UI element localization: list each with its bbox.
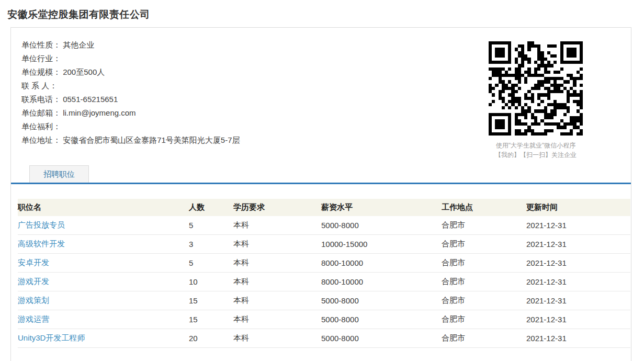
table-row: Unity3D开发工程师20本科5000-8000合肥市2021-12-31 bbox=[18, 329, 630, 348]
qr-caption: 使用"大学生就业"微信小程序 【我的】【扫一扫】关注企业 bbox=[489, 141, 583, 160]
cell-name: 游戏运营 bbox=[18, 310, 189, 329]
cell-education: 本科 bbox=[233, 235, 321, 254]
job-link[interactable]: 游戏运营 bbox=[18, 314, 49, 323]
job-link[interactable]: 广告投放专员 bbox=[18, 220, 65, 229]
job-link[interactable]: Unity3D开发工程师 bbox=[18, 333, 85, 342]
detail-label: 单位地址： bbox=[21, 136, 61, 144]
jobs-table: 职位名人数学历要求薪资水平工作地点更新时间 广告投放专员5本科5000-8000… bbox=[18, 199, 630, 348]
detail-value: 其他企业 bbox=[63, 40, 94, 49]
cell-salary: 8000-10000 bbox=[321, 254, 442, 273]
table-row: 游戏策划15本科5000-8000合肥市2021-12-31 bbox=[18, 291, 630, 310]
job-link[interactable]: 安卓开发 bbox=[18, 258, 49, 267]
cell-count: 3 bbox=[189, 235, 233, 254]
cell-location: 合肥市 bbox=[442, 310, 526, 329]
job-link[interactable]: 高级软件开发 bbox=[18, 239, 65, 248]
cell-updated: 2021-12-31 bbox=[526, 310, 630, 329]
cell-education: 本科 bbox=[233, 310, 321, 329]
detail-value: 安徽省合肥市蜀山区金寨路71号美第阳光大厦5-7层 bbox=[63, 136, 240, 144]
cell-location: 合肥市 bbox=[442, 329, 526, 348]
cell-name: 广告投放专员 bbox=[18, 216, 189, 235]
tab-bar: 招聘职位 bbox=[11, 165, 631, 184]
cell-salary: 5000-8000 bbox=[321, 310, 442, 329]
cell-education: 本科 bbox=[233, 216, 321, 235]
cell-name: Unity3D开发工程师 bbox=[18, 329, 189, 348]
jobs-table-header-row: 职位名人数学历要求薪资水平工作地点更新时间 bbox=[18, 199, 630, 216]
cell-count: 20 bbox=[189, 329, 233, 348]
tab-recruit-positions[interactable]: 招聘职位 bbox=[29, 165, 89, 183]
cell-count: 15 bbox=[189, 291, 233, 310]
qr-code-image bbox=[489, 41, 583, 136]
cell-education: 本科 bbox=[233, 273, 321, 291]
table-row: 游戏开发10本科8000-10000合肥市2021-12-31 bbox=[18, 273, 630, 291]
jobs-col-header: 工作地点 bbox=[442, 199, 526, 216]
cell-location: 合肥市 bbox=[442, 291, 526, 310]
detail-label: 联 系 人： bbox=[21, 81, 57, 90]
cell-name: 高级软件开发 bbox=[18, 235, 189, 254]
detail-label: 单位规模： bbox=[21, 67, 61, 76]
cell-count: 5 bbox=[189, 254, 233, 273]
cell-education: 本科 bbox=[233, 329, 321, 348]
cell-count: 15 bbox=[189, 310, 233, 329]
cell-location: 合肥市 bbox=[442, 235, 526, 254]
table-row: 游戏运营15本科5000-8000合肥市2021-12-31 bbox=[18, 310, 630, 329]
cell-education: 本科 bbox=[233, 291, 321, 310]
qr-caption-line1: 使用"大学生就业"微信小程序 bbox=[489, 141, 583, 150]
cell-name: 游戏开发 bbox=[18, 273, 189, 291]
detail-label: 单位行业： bbox=[21, 54, 61, 63]
cell-count: 5 bbox=[189, 216, 233, 235]
company-card: 单位性质： 其他企业单位行业： 单位规模： 200至500人联 系 人： 联系电… bbox=[10, 27, 631, 361]
table-row: 广告投放专员5本科5000-8000合肥市2021-12-31 bbox=[18, 216, 630, 235]
detail-label: 单位性质： bbox=[21, 40, 61, 49]
jobs-col-header: 薪资水平 bbox=[321, 199, 442, 216]
detail-value: li.min@joymeng.com bbox=[63, 108, 135, 117]
table-row: 高级软件开发3本科10000-15000合肥市2021-12-31 bbox=[18, 235, 630, 254]
cell-salary: 8000-10000 bbox=[321, 273, 442, 291]
job-link[interactable]: 游戏策划 bbox=[18, 296, 49, 304]
jobs-col-header: 学历要求 bbox=[233, 199, 321, 216]
cell-updated: 2021-12-31 bbox=[526, 254, 630, 273]
detail-label: 单位邮箱： bbox=[21, 108, 61, 117]
detail-value: 200至500人 bbox=[63, 67, 105, 76]
cell-location: 合肥市 bbox=[442, 216, 526, 235]
cell-updated: 2021-12-31 bbox=[526, 235, 630, 254]
jobs-col-header: 更新时间 bbox=[526, 199, 630, 216]
detail-label: 单位福利： bbox=[21, 122, 61, 131]
cell-name: 安卓开发 bbox=[18, 254, 189, 273]
detail-label: 联系电话： bbox=[21, 95, 61, 104]
cell-education: 本科 bbox=[233, 254, 321, 273]
cell-salary: 10000-15000 bbox=[321, 235, 442, 254]
cell-name: 游戏策划 bbox=[18, 291, 189, 310]
cell-updated: 2021-12-31 bbox=[526, 216, 630, 235]
page-title: 安徽乐堂控股集团有限责任公司 bbox=[7, 8, 644, 21]
cell-location: 合肥市 bbox=[442, 254, 526, 273]
qr-block: 使用"大学生就业"微信小程序 【我的】【扫一扫】关注企业 bbox=[489, 41, 583, 160]
cell-updated: 2021-12-31 bbox=[526, 329, 630, 348]
cell-count: 10 bbox=[189, 273, 233, 291]
cell-updated: 2021-12-31 bbox=[526, 291, 630, 310]
jobs-col-header: 职位名 bbox=[18, 199, 189, 216]
job-link[interactable]: 游戏开发 bbox=[18, 277, 49, 286]
cell-salary: 5000-8000 bbox=[321, 291, 442, 310]
detail-value: 0551-65215651 bbox=[63, 95, 118, 104]
jobs-col-header: 人数 bbox=[189, 199, 233, 216]
table-row: 安卓开发5本科8000-10000合肥市2021-12-31 bbox=[18, 254, 630, 273]
cell-salary: 5000-8000 bbox=[321, 329, 442, 348]
cell-salary: 5000-8000 bbox=[321, 216, 442, 235]
qr-caption-line2: 【我的】【扫一扫】关注企业 bbox=[489, 150, 583, 160]
cell-location: 合肥市 bbox=[442, 273, 526, 291]
cell-updated: 2021-12-31 bbox=[526, 273, 630, 291]
